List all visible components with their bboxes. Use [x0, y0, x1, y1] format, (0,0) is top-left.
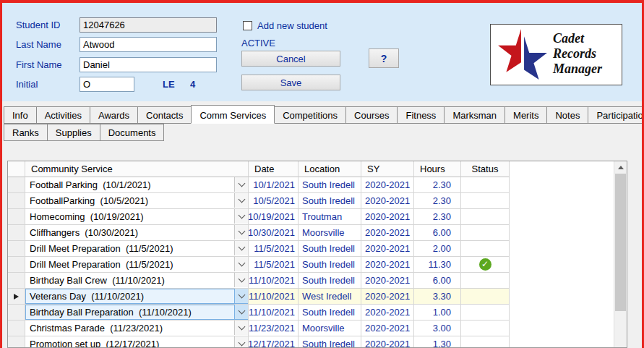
tab-comm-services[interactable]: Comm Services [191, 105, 275, 124]
sy-cell[interactable]: 2020-2021 [361, 209, 414, 225]
tab-fitness[interactable]: Fitness [397, 106, 445, 124]
chevron-down-icon[interactable] [234, 257, 248, 271]
tab-participation[interactable]: Participation [588, 106, 644, 124]
table-row[interactable]: Promotion set up (12/17/2021) 12/17/2021… [8, 336, 627, 348]
sy-cell[interactable]: 2020-2021 [361, 241, 414, 257]
table-row[interactable]: Drill Meet Preparation (11/5/2021) 11/5/… [8, 241, 627, 257]
sy-cell[interactable]: 2020-2021 [361, 273, 414, 289]
tab-supplies[interactable]: Supplies [47, 124, 100, 141]
scrollbar-thumb[interactable] [615, 174, 626, 311]
chevron-down-icon[interactable] [234, 289, 248, 303]
chevron-down-icon[interactable] [234, 321, 248, 335]
table-row[interactable]: Cliffhangers (10/30/2021) 10/30/2021 Moo… [8, 225, 627, 241]
service-cell[interactable]: Drill Meet Preparation (11/5/2021) [25, 241, 249, 257]
row-selector[interactable] [8, 225, 25, 241]
add-new-student-checkbox[interactable] [243, 21, 252, 30]
location-cell[interactable]: Moorsville [299, 321, 361, 336]
location-cell[interactable]: South Iredell [299, 305, 361, 321]
hours-cell[interactable]: 6.00 [414, 225, 461, 241]
service-cell[interactable]: Homecoming (10/19/2021) [25, 209, 249, 225]
date-cell[interactable]: 10/1/2021 [249, 177, 299, 193]
tab-contacts[interactable]: Contacts [137, 106, 192, 124]
date-cell[interactable]: 10/5/2021 [249, 193, 299, 209]
last-name-field[interactable] [80, 37, 217, 52]
hours-cell[interactable]: 2.30 [414, 177, 461, 193]
date-cell[interactable]: 10/19/2021 [249, 209, 299, 225]
row-selector[interactable] [8, 273, 25, 289]
chevron-down-icon[interactable] [234, 305, 248, 319]
row-selector[interactable] [8, 305, 25, 321]
service-cell[interactable]: Birthday Ball Crew (11/10/2021) [25, 273, 249, 289]
location-cell[interactable]: South Iredell [299, 336, 361, 348]
tab-ranks[interactable]: Ranks [4, 124, 48, 141]
table-row[interactable]: Homecoming (10/19/2021) 10/19/2021 Trout… [8, 209, 627, 225]
row-selector[interactable] [8, 193, 25, 209]
sy-cell[interactable]: 2020-2021 [361, 321, 414, 336]
location-cell[interactable]: South Iredell [299, 273, 361, 289]
student-id-field[interactable] [80, 17, 217, 33]
current-row-indicator[interactable] [8, 289, 25, 305]
sy-cell[interactable]: 2020-2021 [361, 257, 414, 273]
hours-cell[interactable]: 2.30 [414, 209, 461, 225]
first-name-field[interactable] [80, 57, 217, 72]
row-selector[interactable] [8, 209, 25, 225]
table-row[interactable]: Birthday Ball Crew (11/10/2021) 11/10/20… [8, 273, 627, 289]
chevron-down-icon[interactable] [234, 273, 248, 287]
sy-cell[interactable]: 2020-2021 [361, 225, 414, 241]
row-selector[interactable] [8, 336, 25, 348]
chevron-down-icon[interactable] [234, 209, 248, 224]
hours-cell[interactable]: 2.00 [414, 241, 461, 257]
service-cell[interactable]: Promotion set up (12/17/2021) [25, 336, 249, 348]
location-cell[interactable]: South Iredell [299, 257, 361, 273]
location-cell[interactable]: South Iredell [299, 241, 361, 257]
service-cell[interactable]: FootballParking (10/5/2021) [25, 193, 249, 209]
hours-cell[interactable]: 3.30 [414, 289, 461, 305]
tab-notes[interactable]: Notes [546, 106, 588, 124]
location-cell[interactable]: Troutman [299, 209, 361, 225]
tab-merits[interactable]: Merits [505, 106, 547, 124]
table-row[interactable]: Christmas Parade (11/23/2021) 11/23/2021… [8, 321, 627, 336]
service-cell[interactable]: Drill Meet Preparation (11/5/2021) [25, 257, 249, 273]
table-row-selected[interactable]: Veterans Day (11/10/2021) 11/10/2021 Wes… [8, 289, 627, 305]
tab-info[interactable]: Info [4, 106, 37, 124]
chevron-down-icon[interactable] [234, 241, 248, 255]
date-cell[interactable]: 11/10/2021 [249, 289, 299, 305]
chevron-down-icon[interactable] [234, 177, 248, 192]
location-cell[interactable]: South Iredell [299, 193, 361, 209]
tab-awards[interactable]: Awards [90, 106, 138, 124]
row-selector[interactable] [8, 321, 25, 336]
tab-marksman[interactable]: Marksman [444, 106, 505, 124]
location-cell[interactable]: South Iredell [299, 177, 361, 193]
hours-cell[interactable]: 2.30 [414, 193, 461, 209]
tab-competitions[interactable]: Competitions [274, 106, 346, 124]
tab-activities[interactable]: Activities [36, 106, 90, 124]
sy-cell[interactable]: 2020-2021 [361, 177, 414, 193]
table-row[interactable]: FootballParking (10/5/2021) 10/5/2021 So… [8, 193, 627, 209]
service-cell[interactable]: Christmas Parade (11/23/2021) [25, 321, 249, 336]
chevron-down-icon[interactable] [234, 336, 248, 348]
table-row[interactable]: Drill Meet Preparation (11/5/2021) 11/5/… [8, 257, 627, 273]
chevron-down-icon[interactable] [234, 225, 248, 239]
location-cell[interactable]: West Iredell [299, 289, 361, 305]
hours-cell[interactable]: 6.00 [414, 273, 461, 289]
date-cell[interactable]: 12/17/2021 [249, 336, 299, 348]
tab-documents[interactable]: Documents [100, 124, 165, 141]
cancel-button[interactable]: Cancel [241, 51, 340, 67]
sy-cell[interactable]: 2020-2021 [361, 193, 414, 209]
service-cell[interactable]: Cliffhangers (10/30/2021) [25, 225, 249, 241]
vertical-scrollbar[interactable] [614, 161, 627, 347]
row-selector[interactable] [8, 241, 25, 257]
sy-cell[interactable]: 2020-2021 [361, 289, 414, 305]
date-cell[interactable]: 11/5/2021 [249, 257, 299, 273]
service-cell[interactable]: Birthday Ball Preparation (11/10/2021) [25, 305, 249, 321]
initial-field[interactable] [80, 77, 134, 92]
row-selector[interactable] [8, 257, 25, 273]
hours-cell[interactable]: 1.30 [414, 336, 461, 348]
date-cell[interactable]: 11/23/2021 [249, 321, 299, 336]
table-row[interactable]: Birthday Ball Preparation (11/10/2021) 1… [8, 305, 627, 321]
table-row[interactable]: Football Parking (10/1/2021) 10/1/2021 S… [8, 177, 627, 193]
sy-cell[interactable]: 2020-2021 [361, 305, 414, 321]
hours-cell[interactable]: 3.00 [414, 321, 461, 336]
date-cell[interactable]: 11/10/2021 [249, 305, 299, 321]
hours-cell[interactable]: 11.30 [414, 257, 461, 273]
